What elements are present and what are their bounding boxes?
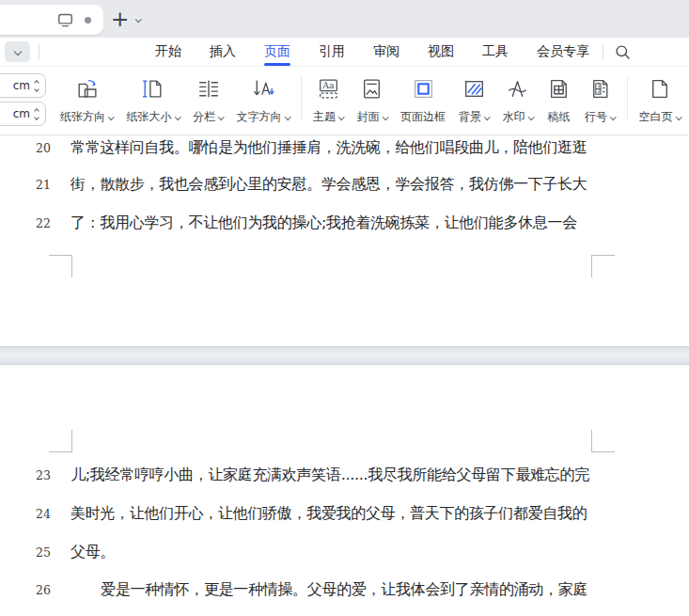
window-tab-bar: + — [0, 0, 689, 38]
paper-orientation-icon — [74, 71, 100, 106]
margin-corner-mark — [49, 430, 72, 452]
chevron-down-icon — [528, 114, 534, 119]
stepper — [35, 81, 39, 91]
chevron-down-icon — [484, 114, 490, 119]
line-number: 25 — [26, 545, 51, 560]
line-text[interactable]: 街，散散步，我也会感到心里的安慰。学会感恩，学会报答，我仿佛一下子长大 — [70, 175, 587, 195]
page-ribbon-toolbar: cm cm 纸张方向 — [0, 67, 689, 135]
chevron-down-icon — [13, 48, 21, 55]
line-text[interactable]: 美时光，让他们开心，让他们骄傲，我爱我的父母，普天下的孩子们都爱自我的 — [70, 504, 587, 524]
paper-size-button[interactable]: 纸张大小 — [120, 71, 187, 125]
paper-size-icon — [140, 71, 165, 106]
watermark-button[interactable]: 水印 — [496, 71, 540, 125]
theme-icon: Aa — [316, 71, 341, 106]
blank-page-icon — [647, 71, 672, 106]
line-number: 21 — [26, 178, 51, 192]
columns-button[interactable]: 分栏 — [186, 71, 230, 125]
document-line: 26 爱是一种情怀，更是一种情操。父母的爱，让我体会到了亲情的涌动，家庭 — [0, 580, 689, 601]
line-text[interactable]: 爱是一种情怀，更是一种情操。父母的爱，让我体会到了亲情的涌动，家庭 — [101, 580, 587, 600]
chevron-down-icon — [218, 114, 224, 119]
background-icon — [462, 71, 487, 106]
menu-item-page[interactable]: 页面 — [263, 39, 291, 64]
blank-page-button[interactable]: 空白页 — [633, 71, 688, 125]
document-line: 22 了：我用心学习，不让他们为我的操心;我抢着洗碗拣菜，让他们能多休息一会 — [0, 213, 689, 234]
background-button[interactable]: 背景 — [452, 71, 496, 125]
menu-item-insert[interactable]: 插入 — [209, 39, 237, 64]
page-break-gap — [0, 346, 689, 365]
divider — [39, 44, 39, 59]
chevron-down-icon — [175, 114, 180, 119]
line-number: 20 — [26, 141, 51, 155]
margin-corner-mark — [591, 255, 615, 277]
text-direction-button[interactable]: 文字方向 — [230, 71, 297, 125]
document-line: 21 街，散散步，我也会感到心里的安慰。学会感恩，学会报答，我仿佛一下子长大 — [0, 175, 689, 196]
margin-unit-spinner-bottom[interactable]: cm — [0, 102, 46, 126]
document-line: 23 儿;我经常哼哼小曲，让家庭充满欢声笑语......我尽我所能给父母留下最难… — [0, 466, 689, 486]
plus-icon: + — [111, 5, 129, 33]
svg-text:2: 2 — [597, 88, 601, 94]
document-line: 20 常常这样问自我。哪怕是为他们捶捶肩，洗洗碗，给他们唱段曲儿，陪他们逛逛 — [0, 138, 689, 159]
line-text[interactable]: 父母。 — [70, 543, 115, 562]
line-number-button[interactable]: 1 2 行号 — [578, 71, 622, 125]
line-text[interactable]: 了：我用心学习，不让他们为我的操心;我抢着洗碗拣菜，让他们能多休息一会 — [70, 213, 577, 233]
watermark-icon — [505, 71, 530, 106]
search-icon[interactable] — [615, 44, 631, 60]
cover-page-icon — [359, 71, 384, 106]
margin-corner-mark — [49, 255, 72, 277]
new-tab-button[interactable]: + — [107, 4, 145, 34]
chevron-down-icon — [383, 114, 388, 119]
chevron-down-icon — [338, 114, 344, 119]
document-line: 24 美时光，让他们开心，让他们骄傲，我爱我的父母，普天下的孩子们都爱自我的 — [0, 504, 689, 525]
divider — [301, 76, 302, 121]
menu-item-tools[interactable]: 工具 — [481, 39, 509, 64]
menu-item-view[interactable]: 视图 — [427, 39, 455, 64]
document-tab[interactable] — [0, 5, 103, 35]
menu-item-review[interactable]: 审阅 — [372, 39, 400, 64]
chevron-down-icon — [108, 114, 114, 119]
columns-icon — [196, 71, 221, 106]
divider — [603, 44, 603, 59]
menu-item-start[interactable]: 开始 — [154, 39, 182, 64]
divider — [627, 76, 628, 121]
svg-text:Aa: Aa — [321, 80, 335, 90]
margin-corner-mark — [591, 430, 615, 452]
chevron-up-icon[interactable] — [34, 80, 39, 86]
line-number: 26 — [26, 583, 51, 597]
chevron-down-icon — [285, 114, 290, 119]
chevron-down-icon — [676, 114, 681, 119]
chevron-down-icon[interactable] — [34, 87, 39, 92]
stepper — [35, 109, 39, 119]
tab-status-dot-icon — [85, 17, 91, 24]
cover-page-button[interactable]: 封面 — [351, 71, 395, 125]
line-number: 22 — [26, 216, 51, 230]
monitor-icon — [57, 13, 73, 27]
spinner-value: cm — [13, 107, 30, 120]
chevron-down-icon[interactable] — [34, 115, 39, 120]
text-direction-icon — [250, 71, 275, 106]
ribbon-collapse-button[interactable] — [5, 41, 30, 62]
document-line: 25 父母。 — [0, 543, 689, 563]
theme-button[interactable]: Aa 主题 — [306, 71, 351, 125]
page-border-icon — [411, 71, 436, 106]
line-text[interactable]: 常常这样问自我。哪怕是为他们捶捶肩，洗洗碗，给他们唱段曲儿，陪他们逛逛 — [70, 138, 587, 158]
page-border-button[interactable]: 页面边框 — [394, 71, 452, 125]
manuscript-paper-button[interactable]: 稿纸 — [540, 71, 578, 125]
spinner-value: cm — [13, 79, 30, 92]
margin-unit-spinner-top[interactable]: cm — [0, 73, 46, 98]
manuscript-paper-icon — [546, 71, 572, 106]
paper-orientation-button[interactable]: 纸张方向 — [54, 71, 120, 125]
line-text[interactable]: 儿;我经常哼哼小曲，让家庭充满欢声笑语......我尽我所能给父母留下最难忘的完 — [70, 466, 589, 485]
menu-item-reference[interactable]: 引用 — [318, 39, 346, 64]
document-edit-area[interactable]: 20 常常这样问自我。哪怕是为他们捶捶肩，洗洗碗，给他们唱段曲儿，陪他们逛逛 2… — [0, 135, 689, 616]
chevron-down-icon[interactable] — [135, 16, 141, 22]
line-number: 23 — [26, 468, 51, 482]
menu-items: 开始 插入 页面 引用 审阅 视图 工具 会员专享 — [154, 39, 590, 64]
menu-bar: 开始 插入 页面 引用 审阅 视图 工具 会员专享 — [0, 38, 689, 67]
chevron-down-icon — [610, 114, 616, 119]
line-number: 24 — [26, 507, 51, 521]
chevron-up-icon[interactable] — [34, 108, 39, 114]
line-number-icon: 1 2 — [587, 71, 613, 106]
menu-item-member[interactable]: 会员专享 — [536, 39, 590, 64]
